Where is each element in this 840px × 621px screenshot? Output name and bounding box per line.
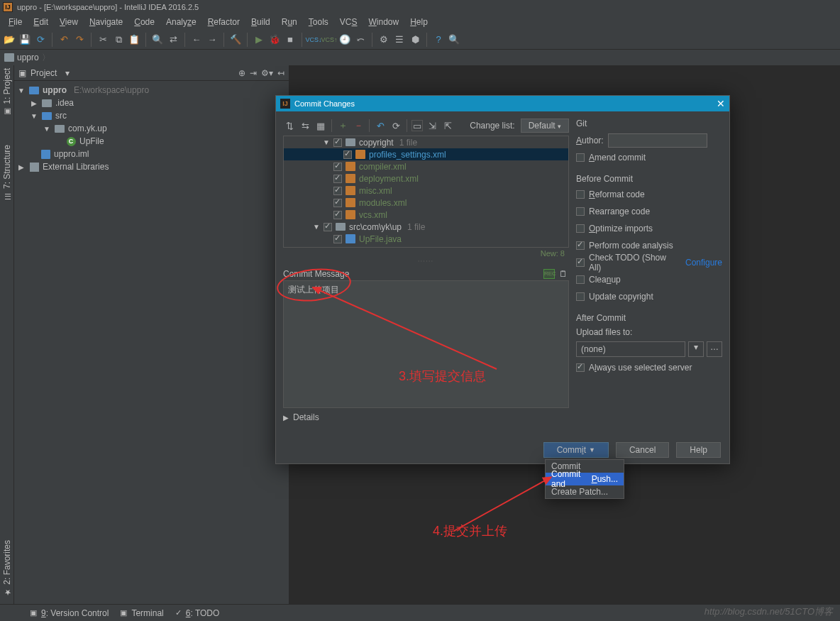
checkbox[interactable]	[576, 363, 585, 372]
copy-icon[interactable]: ⧉	[112, 33, 125, 46]
cut-icon[interactable]: ✂	[96, 33, 109, 46]
checkbox[interactable]	[324, 223, 332, 231]
settings-icon[interactable]: ⚙	[377, 33, 390, 46]
author-input[interactable]	[608, 133, 707, 148]
cancel-button[interactable]: Cancel	[616, 442, 669, 458]
checkbox[interactable]	[333, 187, 342, 195]
checkbox[interactable]	[343, 150, 352, 159]
checkbox[interactable]	[333, 163, 342, 171]
history-icon[interactable]: 🕘	[338, 33, 351, 46]
checkbox[interactable]	[333, 138, 342, 147]
status-todo[interactable]: ✓ 6: TODO	[175, 608, 220, 618]
configure-link[interactable]: Configure	[685, 258, 722, 268]
status-terminal[interactable]: ▣ Terminal	[120, 608, 163, 618]
remove-icon[interactable]: －	[352, 119, 365, 132]
checkbox[interactable]	[576, 292, 585, 301]
hide-icon[interactable]: ↤	[277, 68, 284, 78]
sdk-icon[interactable]: ⬢	[409, 33, 421, 46]
menu-item-create-patch[interactable]: Create Patch...	[546, 485, 624, 498]
checkbox[interactable]	[333, 211, 342, 219]
history-icon[interactable]: 🗒	[559, 269, 569, 279]
tree-item[interactable]: ▶ .idea	[14, 97, 289, 109]
tree-file[interactable]: modules.xml	[284, 197, 568, 209]
collapse-all-icon[interactable]: ⇱	[441, 119, 454, 132]
debug-icon[interactable]: 🐞	[268, 33, 281, 46]
tree-folder[interactable]: ▼ src\com\yk\up 1 file	[284, 221, 568, 233]
tree-file[interactable]: misc.xml	[284, 185, 568, 197]
gear-icon[interactable]: ⚙▾	[261, 68, 273, 78]
dialog-titlebar[interactable]: IJ Commit Changes ✕	[276, 96, 729, 111]
search-icon[interactable]: 🔍	[448, 33, 460, 46]
menu-window[interactable]: Window	[363, 16, 404, 28]
open-icon[interactable]: 📂	[3, 33, 16, 46]
amend-row[interactable]: Amend commit	[576, 151, 722, 164]
tree-file[interactable]: compiler.xml	[284, 160, 568, 172]
locate-icon[interactable]: ⇥	[250, 68, 257, 78]
help-icon[interactable]: ?	[432, 33, 445, 46]
menu-item-commit-and-push[interactable]: Commit and Push...	[546, 473, 624, 485]
navigate-icon[interactable]: ⇆	[299, 119, 311, 132]
change-list-dropdown[interactable]: Default ▾	[521, 119, 569, 133]
checkbox[interactable]	[576, 190, 585, 199]
chevron-down-icon[interactable]: ▾	[65, 68, 70, 78]
expand-all-icon[interactable]: ⇲	[426, 119, 438, 132]
tree-file[interactable]: profiles_settings.xml	[284, 148, 568, 160]
save-icon[interactable]: 💾	[18, 33, 31, 46]
checkbox[interactable]	[576, 153, 585, 162]
commit-button[interactable]: Commit▼	[543, 442, 609, 458]
status-version-control[interactable]: ▣ 9: Version Control	[30, 608, 109, 618]
caret-down-icon[interactable]: ▼	[30, 112, 38, 120]
menu-file[interactable]: File	[3, 16, 28, 28]
build-icon[interactable]: 🔨	[229, 33, 242, 46]
menu-build[interactable]: Build	[245, 16, 276, 28]
menu-vcs[interactable]: VCS	[334, 16, 363, 28]
tree-item[interactable]: ▶ External Libraries	[14, 160, 289, 173]
tree-item[interactable]: ▼ src	[14, 109, 289, 122]
checkbox[interactable]	[333, 199, 342, 207]
tab-favorites[interactable]: ★ 2: Favorites	[2, 540, 12, 597]
expand-icon[interactable]: ▭	[411, 120, 423, 131]
checkbox[interactable]	[333, 235, 342, 243]
menu-code[interactable]: Code	[128, 16, 160, 28]
close-icon[interactable]: ✕	[717, 98, 725, 109]
add-icon[interactable]: ＋	[336, 119, 349, 132]
breadcrumb-item[interactable]: uppro 〉	[4, 52, 50, 64]
vcs-commit-icon[interactable]: VCS↑	[323, 33, 336, 46]
tab-structure[interactable]: ☰ 7: Structure	[2, 145, 12, 201]
menu-help[interactable]: Help	[404, 16, 433, 28]
undo-icon[interactable]: ↶	[57, 33, 70, 46]
collapse-icon[interactable]: ⊕	[238, 68, 245, 78]
caret-right-icon[interactable]: ▶	[17, 163, 26, 171]
forward-icon[interactable]: →	[206, 33, 219, 46]
tab-project[interactable]: ▣ 1: Project	[2, 68, 12, 116]
browse-button[interactable]: …	[707, 341, 722, 357]
tree-file[interactable]: deployment.xml	[284, 172, 568, 185]
menu-analyze[interactable]: Analyze	[160, 16, 202, 28]
menu-edit[interactable]: Edit	[28, 16, 54, 28]
refresh-icon[interactable]: ⟳	[389, 119, 402, 132]
checkbox[interactable]	[576, 241, 585, 250]
checkbox[interactable]	[576, 275, 585, 284]
menu-run[interactable]: Run	[276, 16, 303, 28]
tree-file[interactable]: UpFile.java	[284, 233, 568, 245]
group-by-icon[interactable]: ▦	[314, 119, 327, 132]
refresh-icon[interactable]: ⟳	[34, 33, 47, 46]
tree-item[interactable]: uppro.iml	[14, 148, 289, 160]
run-icon[interactable]: ▶	[253, 33, 265, 46]
chevron-down-icon[interactable]: ▾	[688, 341, 704, 357]
paste-icon[interactable]: 📋	[128, 33, 140, 46]
find-icon[interactable]: 🔍	[151, 33, 164, 46]
checkbox[interactable]	[576, 207, 585, 216]
menu-navigate[interactable]: Navigate	[84, 16, 128, 28]
caret-down-icon[interactable]: ▼	[43, 125, 51, 133]
upload-select[interactable]: (none)	[576, 341, 685, 357]
menu-tools[interactable]: Tools	[303, 16, 334, 28]
commit-message-input[interactable]: 测试上传项目	[283, 280, 569, 408]
checkbox[interactable]	[333, 175, 342, 183]
help-button[interactable]: Help	[676, 442, 721, 458]
revert-icon[interactable]: ↶	[374, 119, 387, 132]
structure-icon[interactable]: ☰	[393, 33, 406, 46]
revert-icon[interactable]: ⤺	[354, 33, 367, 46]
tree-root[interactable]: ▼ uppro E:\workspace\uppro	[14, 84, 289, 97]
redo-icon[interactable]: ↷	[73, 33, 86, 46]
